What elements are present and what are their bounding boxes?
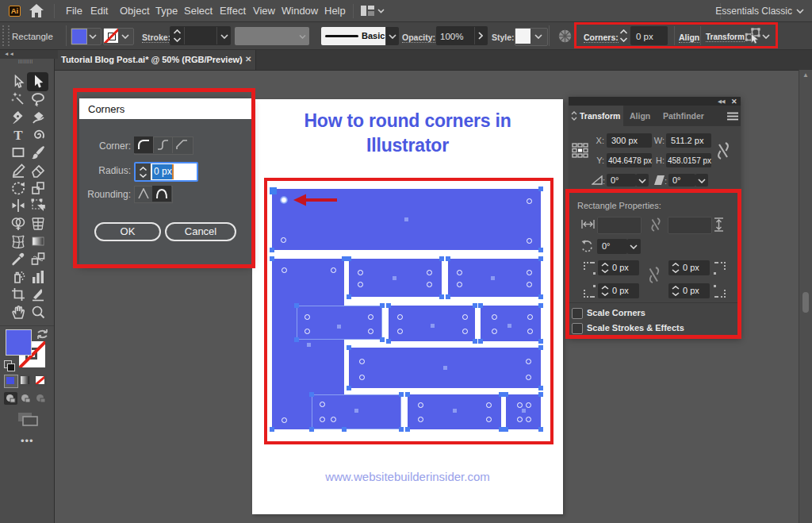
svg-text:T: T <box>13 128 23 142</box>
